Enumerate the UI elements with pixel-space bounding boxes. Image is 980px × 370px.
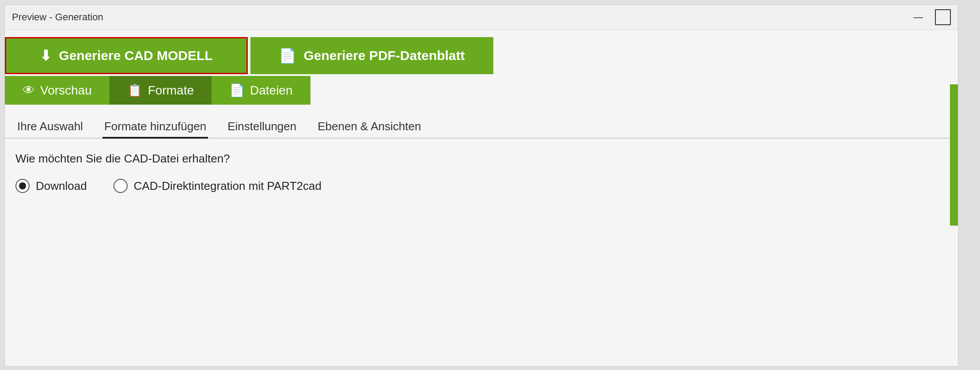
tab-formate-hinzufuegen[interactable]: Formate hinzufügen [102, 115, 208, 138]
radio-cad-direct[interactable] [114, 179, 128, 193]
minimize-button[interactable]: — [910, 9, 926, 25]
tab-einstellungen[interactable]: Einstellungen [226, 115, 298, 138]
tab-dateien-label: Dateien [250, 83, 293, 98]
content-area: Wie möchten Sie die CAD-Datei erhalten? … [5, 139, 958, 366]
radio-options: Download CAD-Direktintegration mit PART2… [15, 179, 947, 193]
file-icon: 📄 [229, 83, 245, 98]
tab-ihre-auswahl[interactable]: Ihre Auswahl [15, 115, 85, 138]
tab-formate-hinzufuegen-label: Formate hinzufügen [104, 120, 206, 133]
window-title: Preview - Generation [12, 11, 103, 23]
generate-pdf-button[interactable]: 📄 Generiere PDF-Datenblatt [250, 37, 493, 74]
generate-pdf-label: Generiere PDF-Datenblatt [303, 48, 465, 63]
tab-dateien[interactable]: 📄 Dateien [212, 76, 310, 105]
tab-ebenen-ansichten[interactable]: Ebenen & Ansichten [316, 115, 423, 138]
option-cad-direct-label: CAD-Direktintegration mit PART2cad [134, 179, 322, 193]
option-download-label: Download [36, 179, 87, 193]
pdf-icon: 📄 [279, 47, 296, 64]
tab-ihre-auswahl-label: Ihre Auswahl [17, 120, 83, 133]
secondary-tabs: Ihre Auswahl Formate hinzufügen Einstell… [5, 106, 958, 139]
right-accent-bar [950, 84, 958, 226]
generate-cad-label: Generiere CAD MODELL [59, 48, 212, 63]
file-edit-icon: 📋 [127, 83, 143, 98]
top-action-buttons: ⬇ Generiere CAD MODELL 📄 Generiere PDF-D… [5, 30, 958, 74]
window-controls: — [910, 9, 951, 25]
tab-formate[interactable]: 📋 Formate [110, 76, 212, 105]
top-tabs: 👁 Vorschau 📋 Formate 📄 Dateien [5, 76, 958, 105]
radio-download[interactable] [15, 179, 30, 193]
main-window: Preview - Generation — ⬇ Generiere CAD M… [4, 4, 958, 366]
eye-icon: 👁 [23, 83, 35, 98]
title-bar: Preview - Generation — [5, 5, 958, 30]
maximize-button[interactable] [935, 9, 951, 25]
tab-formate-label: Formate [148, 83, 194, 98]
tab-einstellungen-label: Einstellungen [227, 120, 296, 133]
tab-vorschau[interactable]: 👁 Vorschau [5, 76, 110, 105]
tab-ebenen-ansichten-label: Ebenen & Ansichten [318, 120, 421, 133]
option-cad-direct[interactable]: CAD-Direktintegration mit PART2cad [114, 179, 322, 193]
question-text: Wie möchten Sie die CAD-Datei erhalten? [15, 152, 947, 166]
option-download[interactable]: Download [15, 179, 87, 193]
download-icon: ⬇ [40, 47, 52, 64]
generate-cad-button[interactable]: ⬇ Generiere CAD MODELL [5, 37, 248, 74]
tab-vorschau-label: Vorschau [40, 83, 92, 98]
